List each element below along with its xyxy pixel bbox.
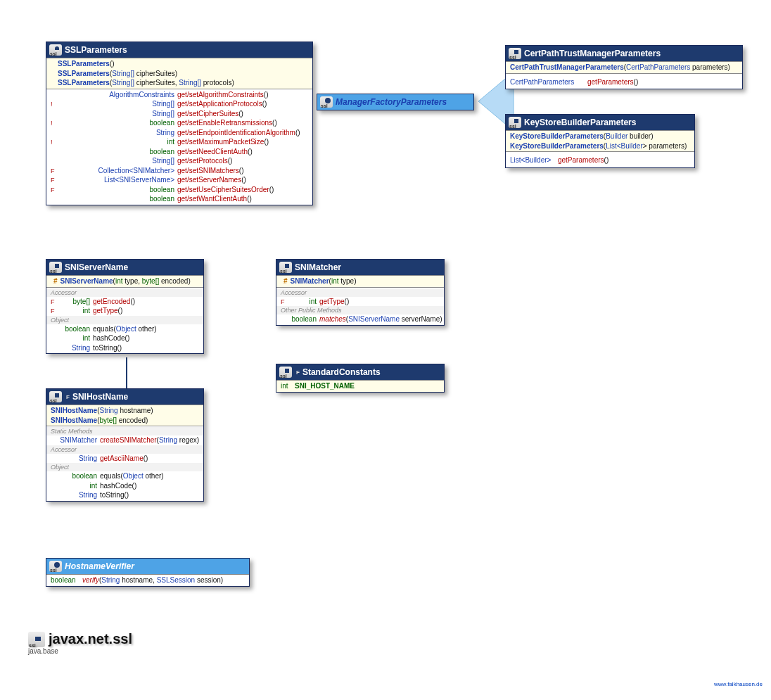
ssl-icon <box>320 96 333 108</box>
methods: Accessor FintgetType () Other Public Met… <box>276 287 444 325</box>
svg-rect-8 <box>285 369 289 373</box>
class-snimatcher: SNIMatcher #SNIMatcher (int type) Access… <box>276 259 445 326</box>
ssl-icon <box>279 367 292 378</box>
class-header: SNIMatcher <box>276 260 444 275</box>
interface-header: HostnameVerifier <box>46 559 249 574</box>
ssl-icon <box>49 561 62 572</box>
connector-sniserver-snihost <box>123 357 130 393</box>
class-header: F SNIHostName <box>46 389 203 405</box>
constructors: CertPathTrustManagerParameters (CertPath… <box>506 61 742 73</box>
methods: Static Methods SNIMatchercreateSNIMatche… <box>46 426 203 501</box>
svg-point-9 <box>54 562 60 568</box>
methods: CertPathParametersgetParameters () <box>506 73 742 89</box>
svg-rect-4 <box>514 119 518 123</box>
constructors: SSLParameters () SSLParameters (String[]… <box>46 58 312 89</box>
interface-header: ManagerFactoryParameters <box>317 94 473 110</box>
class-header: SNIServerName <box>46 260 203 275</box>
svg-rect-3 <box>514 50 518 54</box>
class-sniservername: SNIServerName #SNIServerName (int type, … <box>46 259 204 354</box>
svg-rect-7 <box>285 264 289 268</box>
ssl-icon <box>279 262 292 273</box>
ssl-icon <box>509 117 521 128</box>
svg-point-2 <box>325 98 331 103</box>
svg-rect-6 <box>55 393 59 397</box>
ssl-icon <box>509 48 521 59</box>
ssl-icon <box>28 632 45 647</box>
constants: intSNI_HOST_NAME <box>276 380 444 392</box>
svg-rect-10 <box>35 637 41 641</box>
class-header: F StandardConstants <box>276 364 444 380</box>
methods: Accessor Fbyte[]getEncoded () FintgetTyp… <box>46 287 203 354</box>
ssl-icon <box>49 391 62 402</box>
constructors: #SNIMatcher (int type) <box>276 275 444 287</box>
constructors: SNIHostName (String hostname) SNIHostNam… <box>46 405 203 426</box>
constructors: KeyStoreBuilderParameters (Builder build… <box>506 130 694 151</box>
class-keystorebuilderparameters: KeyStoreBuilderParameters KeyStoreBuilde… <box>505 114 695 168</box>
methods: AlgorithmConstraintsget/setAlgorithmCons… <box>46 89 312 205</box>
ssl-icon <box>49 44 62 56</box>
methods: List<Builder> getParameters () <box>506 151 694 167</box>
methods: booleanverify (String hostname, SSLSessi… <box>46 574 249 586</box>
class-sslparameters: SSLParameters SSLParameters () SSLParame… <box>46 42 313 205</box>
diagram-canvas: SSLParameters SSLParameters () SSLParame… <box>0 0 771 700</box>
footer-link[interactable]: www.falkhausen.de <box>714 681 763 687</box>
class-header: SSLParameters <box>46 42 312 58</box>
class-certpathtrustmanagerparameters: CertPathTrustManagerParameters CertPathT… <box>505 45 743 89</box>
interface-managerfactoryparameters: ManagerFactoryParameters <box>317 94 474 110</box>
interface-hostnameverifier: HostnameVerifier booleanverify (String h… <box>46 558 250 587</box>
package-label: javax.net.ssl java.base <box>28 631 132 655</box>
class-snihostname: F SNIHostName SNIHostName (String hostna… <box>46 388 204 502</box>
class-standardconstants: F StandardConstants intSNI_HOST_NAME <box>276 364 445 393</box>
class-header: CertPathTrustManagerParameters <box>506 46 742 61</box>
svg-rect-5 <box>55 264 59 268</box>
class-header: KeyStoreBuilderParameters <box>506 115 694 130</box>
constructors: #SNIServerName (int type, byte[] encoded… <box>46 275 203 287</box>
ssl-icon <box>49 262 62 273</box>
